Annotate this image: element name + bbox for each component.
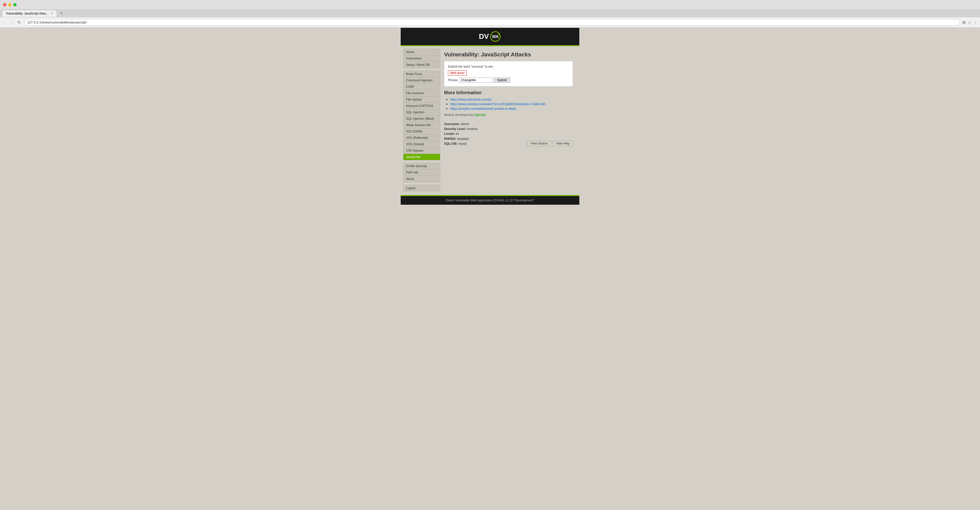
username-row: Username: admin: [444, 122, 477, 127]
module-credit: Module developed by Digininja.: [444, 113, 573, 116]
locale-label: Locale:: [444, 132, 455, 135]
security-row: Security Level: medium: [444, 127, 477, 131]
menu-button[interactable]: ⋮: [973, 20, 977, 25]
sidebar-item-home[interactable]: Home: [403, 49, 440, 55]
sidebar-section-top: Home Instructions Setup / Reset DB: [403, 49, 440, 68]
locale-value: en: [455, 132, 459, 135]
sidebar-item-setup-reset-db[interactable]: Setup / Reset DB: [403, 62, 440, 68]
close-button[interactable]: [3, 3, 6, 6]
sidebar-item-xss-dom[interactable]: XSS (DOM): [403, 128, 440, 134]
sidebar-item-xss-stored[interactable]: XSS (Stored): [403, 141, 440, 147]
address-bar: ‹ › ↻ ⊞ ☆ ⋮: [0, 18, 980, 27]
page-title: Vulnerability: JavaScript Attacks: [444, 51, 573, 58]
sidebar-item-command-injection[interactable]: Command Injection: [403, 77, 440, 83]
well-done-badge: Well done!: [448, 70, 467, 76]
dvwa-header: DV WA: [401, 28, 579, 46]
sidebar-item-logout[interactable]: Logout: [403, 185, 440, 191]
link-w3schools[interactable]: https://www.w3schools.com/js/: [450, 98, 492, 101]
sidebar-item-dvwa-security[interactable]: DVWA Security: [403, 163, 440, 169]
bookmark-button[interactable]: ☆: [968, 20, 971, 25]
phrase-input[interactable]: [459, 78, 492, 83]
phrase-label: Phrase: [448, 78, 458, 82]
sidebar-item-php-info[interactable]: PHP Info: [403, 169, 440, 175]
active-tab[interactable]: Vulnerability: JavaScript Attac... ✕: [2, 10, 57, 17]
main-content: Home Instructions Setup / Reset DB Brute…: [401, 46, 579, 195]
list-item: https://www.youtube.com/watch?v=cs7EQdWO…: [450, 102, 573, 106]
dvwa-logo-text: DV: [479, 32, 489, 41]
more-info-title: More Information: [444, 90, 573, 96]
username-value: admin: [461, 122, 469, 126]
forward-button[interactable]: ›: [10, 20, 13, 25]
user-info: Username: admin Security Level: medium L…: [444, 122, 477, 146]
sidebar-item-file-inclusion[interactable]: File Inclusion: [403, 90, 440, 96]
digininja-link[interactable]: Digininja: [474, 113, 486, 116]
tab-bar: Vulnerability: JavaScript Attac... ✕ +: [0, 9, 980, 18]
vuln-box: Submit the word "success" to win. Well d…: [444, 61, 573, 86]
footer-info: Username: admin Security Level: medium L…: [444, 122, 573, 146]
phpids-label: PHPIDS:: [444, 137, 457, 141]
title-bar: [0, 0, 980, 9]
security-label: Security Level:: [444, 127, 466, 131]
sidebar-item-csrf[interactable]: CSRF: [403, 83, 440, 90]
address-input[interactable]: [24, 19, 960, 26]
sidebar-section-vulns: Brute Force Command Injection CSRF File …: [403, 71, 440, 160]
vuln-description: Submit the word "success" to win.: [448, 65, 569, 69]
tab-close-icon[interactable]: ✕: [51, 12, 53, 15]
sidebar-item-javascript[interactable]: JavaScript: [403, 154, 440, 160]
sqli-value: mysql: [458, 142, 466, 145]
link-ponyfoo[interactable]: https://ponyfoo.com/articles/es6-proxies…: [450, 107, 516, 110]
maximize-button[interactable]: [13, 3, 17, 6]
sidebar-item-weak-session-ids[interactable]: Weak Session IDs: [403, 122, 440, 128]
sidebar-item-sql-injection[interactable]: SQL Injection: [403, 109, 440, 115]
page-footer: Damn Vulnerable Web Application (DVWA) v…: [401, 195, 579, 205]
link-youtube[interactable]: https://www.youtube.com/watch?v=cs7EQdWO…: [450, 102, 546, 106]
back-button[interactable]: ‹: [3, 20, 7, 25]
view-help-button[interactable]: View Help: [552, 141, 573, 146]
dvwa-logo-icon: WA: [490, 31, 501, 42]
phpids-row: PHPIDS: disabled: [444, 137, 477, 142]
sidebar-item-brute-force[interactable]: Brute Force: [403, 71, 440, 77]
sidebar-item-insecure-captcha[interactable]: Insecure CAPTCHA: [403, 103, 440, 109]
locale-row: Locale: en: [444, 131, 477, 136]
page-content: Vulnerability: JavaScript Attacks Submit…: [440, 49, 577, 193]
more-info-list: https://www.w3schools.com/js/ https://ww…: [444, 97, 573, 110]
sidebar-item-file-upload[interactable]: File Upload: [403, 96, 440, 103]
sidebar-item-xss-reflected[interactable]: XSS (Reflected): [403, 134, 440, 141]
phpids-value: disabled: [457, 137, 469, 141]
browser-chrome: Vulnerability: JavaScript Attac... ✕ + ‹…: [0, 0, 980, 28]
sqli-label: SQLi DB:: [444, 142, 458, 145]
view-source-button[interactable]: View Source: [527, 141, 551, 146]
extensions-button[interactable]: ⊞: [963, 20, 966, 25]
refresh-button[interactable]: ↻: [16, 19, 22, 25]
svg-text:WA: WA: [492, 35, 499, 39]
sidebar-section-logout: Logout: [403, 185, 440, 191]
sidebar-item-about[interactable]: About: [403, 175, 440, 182]
dvwa-logo: DV WA: [479, 31, 501, 42]
minimize-button[interactable]: [8, 3, 11, 6]
browser-actions: ⊞ ☆ ⋮: [963, 20, 977, 25]
sidebar-item-instructions[interactable]: Instructions: [403, 55, 440, 62]
page-wrapper: DV WA Home Instructions Setup / Reset DB…: [401, 28, 579, 205]
phrase-form: Phrase Submit: [448, 78, 569, 83]
sqli-row: SQLi DB: mysql: [444, 142, 477, 146]
username-label: Username:: [444, 122, 460, 126]
tab-title: Vulnerability: JavaScript Attac...: [6, 12, 49, 15]
sidebar-item-csp-bypass[interactable]: CSP Bypass: [403, 147, 440, 154]
footer-buttons: View Source View Help: [527, 141, 573, 146]
security-value: medium: [467, 127, 478, 131]
submit-button[interactable]: Submit: [494, 78, 510, 83]
sidebar-section-bottom: DVWA Security PHP Info About: [403, 163, 440, 182]
list-item: https://ponyfoo.com/articles/es6-proxies…: [450, 107, 573, 110]
sidebar-item-sql-injection-blind[interactable]: SQL Injection (Blind): [403, 115, 440, 122]
traffic-lights: [3, 3, 17, 6]
list-item: https://www.w3schools.com/js/: [450, 97, 573, 101]
sidebar: Home Instructions Setup / Reset DB Brute…: [403, 49, 440, 193]
new-tab-button[interactable]: +: [59, 10, 65, 16]
footer-text: Damn Vulnerable Web Application (DVWA) v…: [446, 199, 534, 202]
